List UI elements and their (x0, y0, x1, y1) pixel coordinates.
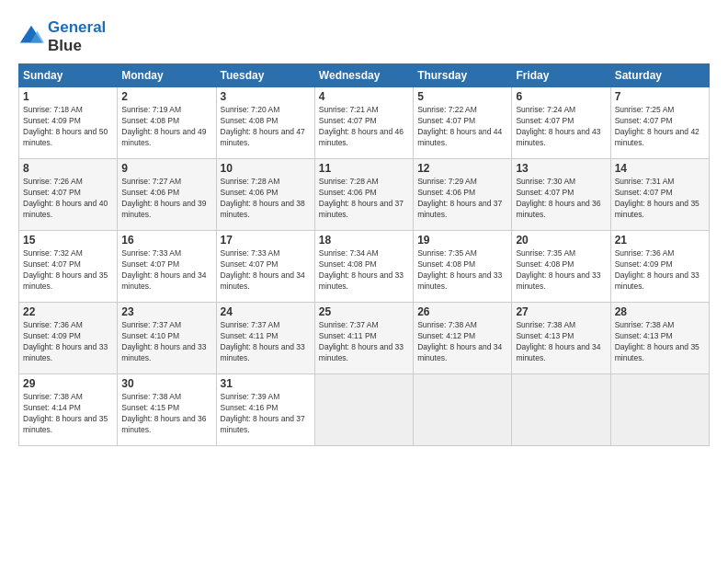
day-number: 25 (319, 305, 409, 318)
logo-general: General (48, 18, 106, 36)
calendar-cell (610, 374, 709, 446)
calendar-cell: 3Sunrise: 7:20 AMSunset: 4:08 PMDaylight… (216, 87, 314, 159)
day-number: 5 (417, 90, 507, 103)
day-info: Sunrise: 7:34 AMSunset: 4:08 PMDaylight:… (319, 248, 404, 291)
main-container: General Blue Sunday Monday Tuesday Wedne… (0, 0, 728, 455)
day-info: Sunrise: 7:25 AMSunset: 4:07 PMDaylight:… (615, 105, 700, 147)
day-number: 4 (319, 90, 409, 103)
calendar-cell: 29Sunrise: 7:38 AMSunset: 4:14 PMDayligh… (19, 374, 118, 446)
calendar-cell: 13Sunrise: 7:30 AMSunset: 4:07 PMDayligh… (512, 159, 610, 231)
day-info: Sunrise: 7:26 AMSunset: 4:07 PMDaylight:… (23, 177, 108, 219)
header-row: Sunday Monday Tuesday Wednesday Thursday… (19, 64, 710, 87)
day-info: Sunrise: 7:38 AMSunset: 4:14 PMDaylight:… (23, 392, 108, 434)
day-info: Sunrise: 7:31 AMSunset: 4:07 PMDaylight:… (615, 177, 700, 219)
day-info: Sunrise: 7:20 AMSunset: 4:08 PMDaylight:… (221, 105, 305, 147)
calendar-cell: 11Sunrise: 7:28 AMSunset: 4:06 PMDayligh… (314, 159, 413, 231)
day-info: Sunrise: 7:19 AMSunset: 4:08 PMDaylight:… (121, 105, 206, 147)
day-number: 9 (121, 162, 211, 175)
day-number: 19 (417, 234, 507, 247)
day-number: 29 (23, 377, 113, 390)
day-number: 7 (615, 90, 705, 103)
th-sunday: Sunday (19, 64, 118, 87)
day-info: Sunrise: 7:37 AMSunset: 4:11 PMDaylight:… (221, 320, 305, 362)
calendar-cell (512, 374, 610, 446)
logo-icon (18, 24, 44, 50)
calendar-row: 15Sunrise: 7:32 AMSunset: 4:07 PMDayligh… (19, 231, 710, 303)
calendar-cell: 19Sunrise: 7:35 AMSunset: 4:08 PMDayligh… (414, 231, 512, 303)
day-info: Sunrise: 7:35 AMSunset: 4:08 PMDaylight:… (516, 248, 600, 291)
calendar-cell: 6Sunrise: 7:24 AMSunset: 4:07 PMDaylight… (512, 87, 610, 159)
calendar-row: 29Sunrise: 7:38 AMSunset: 4:14 PMDayligh… (19, 374, 710, 446)
th-wednesday: Wednesday (314, 64, 413, 87)
day-number: 20 (516, 234, 606, 247)
day-info: Sunrise: 7:38 AMSunset: 4:12 PMDaylight:… (417, 320, 502, 362)
calendar-cell: 25Sunrise: 7:37 AMSunset: 4:11 PMDayligh… (314, 303, 413, 374)
day-number: 31 (221, 377, 311, 390)
calendar-cell: 22Sunrise: 7:36 AMSunset: 4:09 PMDayligh… (19, 303, 118, 374)
day-info: Sunrise: 7:38 AMSunset: 4:13 PMDaylight:… (516, 320, 600, 362)
day-number: 21 (615, 234, 705, 247)
calendar-cell: 1Sunrise: 7:18 AMSunset: 4:09 PMDaylight… (19, 87, 118, 159)
day-info: Sunrise: 7:36 AMSunset: 4:09 PMDaylight:… (23, 320, 108, 362)
day-number: 1 (23, 90, 113, 103)
calendar-cell: 5Sunrise: 7:22 AMSunset: 4:07 PMDaylight… (414, 87, 512, 159)
day-info: Sunrise: 7:30 AMSunset: 4:07 PMDaylight:… (516, 177, 600, 219)
day-info: Sunrise: 7:22 AMSunset: 4:07 PMDaylight:… (417, 105, 502, 147)
th-monday: Monday (118, 64, 216, 87)
day-info: Sunrise: 7:18 AMSunset: 4:09 PMDaylight:… (23, 105, 108, 147)
calendar-row: 1Sunrise: 7:18 AMSunset: 4:09 PMDaylight… (19, 87, 710, 159)
day-number: 3 (221, 90, 311, 103)
calendar-cell (414, 374, 512, 446)
calendar-cell: 16Sunrise: 7:33 AMSunset: 4:07 PMDayligh… (118, 231, 216, 303)
calendar-cell: 17Sunrise: 7:33 AMSunset: 4:07 PMDayligh… (216, 231, 314, 303)
calendar-cell: 28Sunrise: 7:38 AMSunset: 4:13 PMDayligh… (610, 303, 709, 374)
day-number: 8 (23, 162, 113, 175)
calendar-cell: 31Sunrise: 7:39 AMSunset: 4:16 PMDayligh… (216, 374, 314, 446)
day-number: 17 (221, 234, 311, 247)
day-number: 14 (615, 162, 705, 175)
calendar-cell: 24Sunrise: 7:37 AMSunset: 4:11 PMDayligh… (216, 303, 314, 374)
day-info: Sunrise: 7:33 AMSunset: 4:07 PMDaylight:… (221, 248, 305, 291)
day-number: 11 (319, 162, 409, 175)
calendar-cell: 23Sunrise: 7:37 AMSunset: 4:10 PMDayligh… (118, 303, 216, 374)
th-saturday: Saturday (610, 64, 709, 87)
day-number: 23 (121, 305, 211, 318)
day-number: 13 (516, 162, 606, 175)
calendar-cell: 30Sunrise: 7:38 AMSunset: 4:15 PMDayligh… (118, 374, 216, 446)
day-number: 2 (121, 90, 211, 103)
calendar-cell: 7Sunrise: 7:25 AMSunset: 4:07 PMDaylight… (610, 87, 709, 159)
calendar-cell (314, 374, 413, 446)
day-info: Sunrise: 7:24 AMSunset: 4:07 PMDaylight:… (516, 105, 600, 147)
calendar-cell: 26Sunrise: 7:38 AMSunset: 4:12 PMDayligh… (414, 303, 512, 374)
calendar-cell: 9Sunrise: 7:27 AMSunset: 4:06 PMDaylight… (118, 159, 216, 231)
day-number: 15 (23, 234, 113, 247)
day-number: 12 (417, 162, 507, 175)
day-number: 10 (221, 162, 311, 175)
calendar-cell: 4Sunrise: 7:21 AMSunset: 4:07 PMDaylight… (314, 87, 413, 159)
calendar-cell: 18Sunrise: 7:34 AMSunset: 4:08 PMDayligh… (314, 231, 413, 303)
logo-blue: Blue (48, 37, 106, 55)
day-number: 27 (516, 305, 606, 318)
day-info: Sunrise: 7:38 AMSunset: 4:13 PMDaylight:… (615, 320, 700, 362)
calendar-cell: 21Sunrise: 7:36 AMSunset: 4:09 PMDayligh… (610, 231, 709, 303)
calendar-row: 22Sunrise: 7:36 AMSunset: 4:09 PMDayligh… (19, 303, 710, 374)
calendar-cell: 10Sunrise: 7:28 AMSunset: 4:06 PMDayligh… (216, 159, 314, 231)
th-thursday: Thursday (414, 64, 512, 87)
day-info: Sunrise: 7:35 AMSunset: 4:08 PMDaylight:… (417, 248, 502, 291)
day-info: Sunrise: 7:27 AMSunset: 4:06 PMDaylight:… (121, 177, 206, 219)
header: General Blue (18, 15, 710, 54)
day-info: Sunrise: 7:38 AMSunset: 4:15 PMDaylight:… (121, 392, 206, 434)
day-info: Sunrise: 7:21 AMSunset: 4:07 PMDaylight:… (319, 105, 404, 147)
day-info: Sunrise: 7:39 AMSunset: 4:16 PMDaylight:… (221, 392, 305, 434)
day-info: Sunrise: 7:37 AMSunset: 4:11 PMDaylight:… (319, 320, 404, 362)
day-number: 30 (121, 377, 211, 390)
day-info: Sunrise: 7:28 AMSunset: 4:06 PMDaylight:… (319, 177, 404, 219)
day-number: 18 (319, 234, 409, 247)
day-info: Sunrise: 7:28 AMSunset: 4:06 PMDaylight:… (221, 177, 305, 219)
day-info: Sunrise: 7:36 AMSunset: 4:09 PMDaylight:… (615, 248, 700, 291)
day-number: 16 (121, 234, 211, 247)
day-number: 24 (221, 305, 311, 318)
day-number: 6 (516, 90, 606, 103)
calendar-cell: 8Sunrise: 7:26 AMSunset: 4:07 PMDaylight… (19, 159, 118, 231)
calendar-table: Sunday Monday Tuesday Wednesday Thursday… (18, 63, 710, 446)
